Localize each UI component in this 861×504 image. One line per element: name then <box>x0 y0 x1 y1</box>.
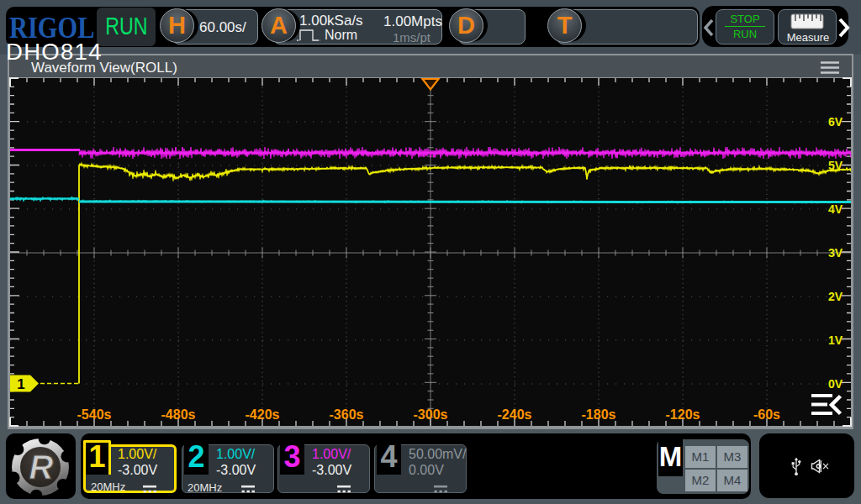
svg-text:-300s: -300s <box>414 407 448 422</box>
svg-text:6V: 6V <box>828 115 843 129</box>
svg-text:R: R <box>29 449 54 486</box>
svg-text:-60s: -60s <box>753 407 780 422</box>
svg-text:2V: 2V <box>828 290 843 303</box>
svg-text:4V: 4V <box>828 202 843 216</box>
svg-text:-240s: -240s <box>498 407 532 422</box>
svg-text:0V: 0V <box>828 377 843 391</box>
svg-text:-480s: -480s <box>161 407 196 422</box>
svg-text:-180s: -180s <box>582 407 616 422</box>
svg-text:-420s: -420s <box>246 407 280 422</box>
svg-text:1V: 1V <box>828 333 843 347</box>
svg-text:3V: 3V <box>828 246 843 260</box>
svg-text:1: 1 <box>17 376 24 392</box>
svg-text:-540s: -540s <box>77 407 112 422</box>
svg-text:-120s: -120s <box>666 407 700 422</box>
svg-text:-360s: -360s <box>330 407 364 422</box>
